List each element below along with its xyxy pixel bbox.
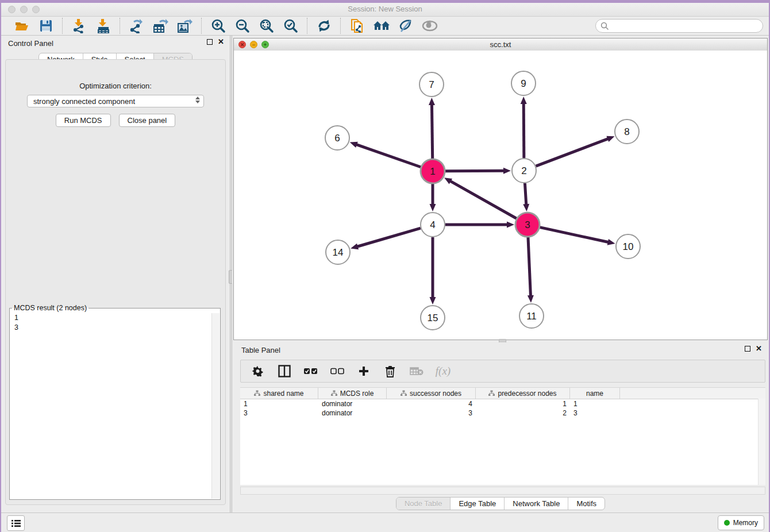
deselect-all-columns-button[interactable] xyxy=(330,364,344,378)
tab-network-table[interactable]: Network Table xyxy=(504,498,568,510)
clone-network-button[interactable] xyxy=(349,18,365,34)
task-history-button[interactable] xyxy=(7,515,25,531)
export-image-button[interactable] xyxy=(177,18,193,34)
edge-2-3[interactable] xyxy=(525,183,526,205)
close-table-panel-icon[interactable]: ✕ xyxy=(756,346,762,352)
cell-predecessor-nodes[interactable]: 1 xyxy=(476,399,570,408)
memory-button[interactable]: Memory xyxy=(718,515,764,530)
cell-name[interactable]: 3 xyxy=(570,408,620,418)
mcds-result-box: MCDS result (2 nodes) 1 3 xyxy=(9,304,221,500)
tab-motifs[interactable]: Motifs xyxy=(568,498,605,510)
graph-node-8[interactable]: 8 xyxy=(615,119,639,144)
graph-node-10[interactable]: 10 xyxy=(616,234,640,259)
close-panel-icon[interactable]: ✕ xyxy=(218,39,224,45)
graph-node-6[interactable]: 6 xyxy=(325,126,349,150)
window-title: Session: New Session xyxy=(1,5,769,13)
apply-layout-button[interactable] xyxy=(316,18,332,34)
edge-4-14[interactable] xyxy=(357,228,421,246)
add-column-button[interactable] xyxy=(357,364,371,378)
first-neighbors-button[interactable] xyxy=(374,18,390,34)
graph-node-1[interactable]: 1 xyxy=(421,159,445,183)
tab-node-table[interactable]: Node Table xyxy=(396,498,451,510)
graph-node-11[interactable]: 11 xyxy=(519,304,544,328)
table-row[interactable]: 3 dominator 3 2 3 xyxy=(240,408,765,418)
export-table-button[interactable] xyxy=(153,18,169,34)
search-field[interactable] xyxy=(595,19,763,33)
show-hide-style-button[interactable] xyxy=(398,18,414,34)
result-scrollbar[interactable] xyxy=(211,313,220,499)
tab-edge-table[interactable]: Edge Table xyxy=(450,498,504,510)
edge-2-8[interactable] xyxy=(536,138,609,166)
column-header-name[interactable]: name xyxy=(570,388,620,399)
edge-3-11[interactable] xyxy=(528,237,531,296)
zoom-fit-button[interactable] xyxy=(259,18,275,34)
float-table-panel-icon[interactable] xyxy=(745,346,750,352)
export-network-button[interactable] xyxy=(129,18,145,34)
run-mcds-button[interactable]: Run MCDS xyxy=(56,114,111,127)
network-canvas[interactable]: 1234678910111415 xyxy=(234,51,767,340)
column-header-successor-nodes[interactable]: successor nodes xyxy=(387,388,476,399)
mcds-result-text[interactable]: 1 3 xyxy=(10,313,220,499)
import-network-button[interactable] xyxy=(71,18,87,34)
import-table-button[interactable] xyxy=(95,18,111,34)
graph-node-4[interactable]: 4 xyxy=(421,213,445,237)
application-window: Session: New Session xyxy=(1,3,769,532)
svg-text:11: 11 xyxy=(526,311,537,322)
select-all-columns-button[interactable] xyxy=(304,364,318,378)
edge-arrowhead xyxy=(351,244,359,250)
cell-successor-nodes[interactable]: 3 xyxy=(387,408,476,418)
list-icon xyxy=(11,519,21,527)
cell-name[interactable]: 1 xyxy=(570,399,620,408)
column-header-shared-name[interactable]: shared name xyxy=(240,388,318,399)
graph-node-7[interactable]: 7 xyxy=(419,72,444,97)
delete-table-button[interactable] xyxy=(410,364,424,378)
edge-arrowhead xyxy=(523,204,529,211)
mcds-panel-body: Optimization criterion: strongly connect… xyxy=(5,59,226,505)
column-header-mcds-role[interactable]: MCDS role xyxy=(318,388,387,399)
graph-node-15[interactable]: 15 xyxy=(421,306,445,330)
main-toolbar xyxy=(1,17,769,36)
network-graph[interactable]: 1234678910111415 xyxy=(234,51,767,340)
edge-3-1[interactable] xyxy=(450,181,517,219)
show-hide-eye-button[interactable] xyxy=(422,18,438,34)
zoom-selected-button[interactable] xyxy=(283,18,299,34)
table-horizontal-scrollbar[interactable] xyxy=(240,487,765,495)
zoom-out-button[interactable] xyxy=(234,18,251,34)
edge-1-7[interactable] xyxy=(432,104,432,159)
cell-successor-nodes[interactable]: 4 xyxy=(387,399,476,408)
cell-mcds-role[interactable]: dominator xyxy=(318,399,387,408)
table-row[interactable]: 1 dominator 4 1 1 xyxy=(240,399,765,408)
delete-column-button[interactable] xyxy=(383,364,397,378)
split-columns-button[interactable] xyxy=(278,364,291,378)
edge-2-9[interactable] xyxy=(523,103,524,158)
column-header-predecessor-nodes[interactable]: predecessor nodes xyxy=(476,388,570,399)
open-session-button[interactable] xyxy=(14,18,30,34)
save-disk-icon xyxy=(39,19,53,33)
table-vertical-scrollbar[interactable] xyxy=(758,399,765,485)
network-view-window: ✕ − + scc.txt 1234678910111415 xyxy=(233,38,768,340)
function-builder-button[interactable]: f(x) xyxy=(436,364,450,378)
network-window-titlebar[interactable]: ✕ − + scc.txt xyxy=(234,38,767,51)
graph-node-9[interactable]: 9 xyxy=(511,71,536,95)
cell-predecessor-nodes[interactable]: 2 xyxy=(476,408,570,418)
memory-status-dot xyxy=(724,520,730,526)
edge-1-2[interactable] xyxy=(445,171,505,171)
float-panel-icon[interactable] xyxy=(207,39,213,45)
edge-1-6[interactable] xyxy=(356,144,421,167)
graph-node-3[interactable]: 3 xyxy=(515,213,540,237)
table-settings-button[interactable] xyxy=(251,364,265,378)
edge-3-10[interactable] xyxy=(540,228,609,242)
table-toolbar: f(x) xyxy=(240,360,765,383)
optimization-criterion-select[interactable]: strongly connected component xyxy=(27,95,204,107)
cell-mcds-role[interactable]: dominator xyxy=(318,408,387,418)
zoom-in-button[interactable] xyxy=(210,18,226,34)
close-panel-button[interactable]: Close panel xyxy=(119,114,176,127)
attribute-tree-icon xyxy=(488,390,495,396)
cell-shared-name[interactable]: 3 xyxy=(240,408,318,418)
graph-node-14[interactable]: 14 xyxy=(326,240,350,264)
save-session-button[interactable] xyxy=(38,18,54,34)
cell-shared-name[interactable]: 1 xyxy=(240,399,318,408)
search-input[interactable] xyxy=(612,21,758,30)
import-table-icon xyxy=(96,18,111,33)
graph-node-2[interactable]: 2 xyxy=(512,159,536,183)
